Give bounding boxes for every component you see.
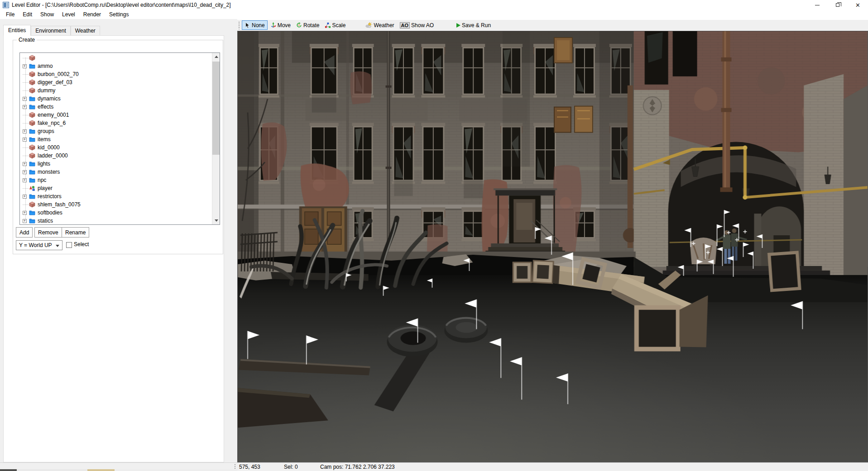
show-ao-button[interactable]: AO Show AO [397,20,437,30]
bottom-sliver-grey [115,469,237,471]
tree-item-fake_npc_6[interactable]: fake_npc_6 [20,119,212,127]
tree-item-label: lights [38,161,50,167]
tree-connector [23,58,29,58]
cube-icon [29,87,38,94]
tree-item-restrictors[interactable]: +restrictors [20,192,212,200]
menu-show[interactable]: Show [36,10,58,19]
expander-plus-icon[interactable]: + [23,129,27,133]
menu-render[interactable]: Render [79,10,105,19]
camera-position: Cam pos: 71.762 2.706 37.223 [320,464,395,470]
save-and-run-button[interactable]: Save & Run [454,20,494,30]
scene [238,31,868,462]
tree-item-dummy[interactable]: dummy [20,86,212,95]
tree-item-statics[interactable]: +statics [20,217,212,225]
move-gizmo-icon [270,22,276,28]
rotate-gizmo-icon [296,22,302,28]
tool-scale-button[interactable]: Scale [322,20,348,30]
menu-edit[interactable]: Edit [19,10,36,19]
tree-item-monsters[interactable]: +monsters [20,168,212,176]
weather-button[interactable]: Weather [363,20,397,30]
close-button[interactable]: ✕ [848,0,868,10]
menu-file[interactable]: File [2,10,19,19]
tool-none-button[interactable]: None [242,20,268,30]
tab-environment[interactable]: Environment [31,26,70,36]
tree-item-label: fake_npc_6 [38,120,66,126]
tree-item-unnamed[interactable] [20,54,212,62]
tree-item-player[interactable]: player [20,184,212,192]
tree-item-label: kid_0000 [38,144,60,151]
remove-button[interactable]: Remove [34,227,62,238]
toolbar-grip[interactable] [238,21,240,29]
tree-scrollbar[interactable] [212,53,220,224]
tree-item-burbon_0002_70[interactable]: burbon_0002_70 [20,70,212,78]
left-panel: Entities Environment Weather Create +amm… [0,19,237,462]
restore-button[interactable] [827,0,848,10]
menu-level[interactable]: Level [58,10,79,19]
menu-settings[interactable]: Settings [105,10,133,19]
add-button[interactable]: Add [16,227,33,238]
tree-item-label: npc [38,177,46,183]
expander-plus-icon[interactable]: + [23,195,27,199]
app-icon [3,2,9,8]
expander-plus-icon[interactable]: + [23,138,27,142]
scale-gizmo-icon [325,22,331,28]
tree-item-npc[interactable]: +npc [20,176,212,184]
create-groupbox: Create +ammoburbon_0002_70digger_def_03d… [13,40,223,254]
tree-item-shlem_fash_0075[interactable]: shlem_fash_0075 [20,200,212,209]
expander-plus-icon[interactable]: + [23,105,27,109]
folder-icon [29,104,38,110]
tree-item-label: monsters [38,169,60,175]
tree-item-label: ladder_0000 [38,152,68,159]
up-axis-dropdown[interactable]: Y = World UP [16,240,62,250]
tool-move-button[interactable]: Move [268,20,293,30]
expander-plus-icon[interactable]: + [23,97,27,101]
tree-item-enemy_0001[interactable]: enemy_0001 [20,111,212,119]
bottom-sliver-light [17,469,87,471]
tree-item-items[interactable]: +items [20,135,212,143]
tree-item-label: ammo [38,63,53,69]
tree-item-dynamics[interactable]: +dynamics [20,95,212,103]
tree-item-digger_def_03[interactable]: digger_def_03 [20,78,212,86]
window-title: Level Editor - [C:\Users\RobotComp.ru\De… [12,2,231,8]
expander-plus-icon[interactable]: + [23,162,27,166]
select-checkbox[interactable] [66,242,72,248]
folder-icon [29,63,38,69]
tree-item-groups[interactable]: +groups [20,127,212,135]
cube-icon [29,55,38,61]
viewport-3d[interactable] [237,31,868,462]
folder-icon [29,161,38,167]
tree-item-softbodies[interactable]: +softbodies [20,209,212,217]
expander-plus-icon[interactable]: + [23,211,27,215]
tree-item-lights[interactable]: +lights [20,160,212,168]
expander-plus-icon[interactable]: + [23,64,27,68]
rename-button[interactable]: Rename [62,227,89,238]
player-icon [29,185,38,191]
tree-item-ammo[interactable]: +ammo [20,62,212,70]
tree-item-label: burbon_0002_70 [38,71,79,77]
tree-connector [23,205,29,205]
tab-entities[interactable]: Entities [3,25,31,36]
expander-plus-icon[interactable]: + [23,219,27,223]
entity-tree[interactable]: +ammoburbon_0002_70digger_def_03dummy+dy… [19,52,220,225]
folder-icon [29,169,38,175]
tool-rotate-button[interactable]: Rotate [293,20,322,30]
show-ao-label: Show AO [411,22,434,29]
folder-icon [29,209,38,216]
tree-item-label: restrictors [38,193,62,200]
scroll-down-button[interactable] [212,217,220,224]
scroll-up-button[interactable] [212,53,220,61]
scrollbar-thumb[interactable] [212,62,220,155]
tree-item-label: effects [38,104,53,110]
minimize-button[interactable] [807,0,827,10]
bottom-sliver-dark [0,469,17,471]
tree-item-ladder_0000[interactable]: ladder_0000 [20,152,212,160]
tree-item-effects[interactable]: +effects [20,103,212,111]
tab-weather[interactable]: Weather [71,26,100,36]
bottom-sliver-tan [87,469,115,471]
menu-bar: File Edit Show Level Render Settings [0,10,868,19]
tree-item-kid_0000[interactable]: kid_0000 [20,143,212,152]
folder-icon [29,193,38,200]
tool-move-label: Move [278,22,291,29]
expander-plus-icon[interactable]: + [23,170,27,174]
expander-plus-icon[interactable]: + [23,178,27,182]
